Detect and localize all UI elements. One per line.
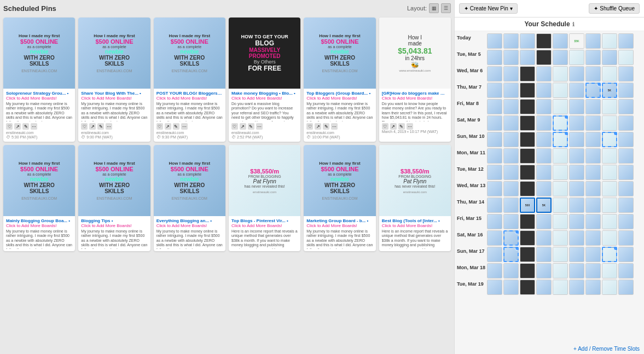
scheduled-pin[interactable] (585, 115, 601, 131)
scheduled-pin[interactable] (585, 230, 601, 246)
scheduled-pin[interactable] (585, 198, 601, 213)
scheduled-pin[interactable] (503, 214, 519, 229)
pin-card[interactable]: How I made $5,043.81 in 24hrs 🐝 www.enst… (379, 18, 451, 142)
scheduled-pin[interactable] (520, 247, 535, 262)
scheduled-pin[interactable] (553, 214, 568, 229)
scheduled-pin[interactable] (487, 33, 502, 49)
scheduled-pin[interactable] (618, 198, 634, 213)
scheduled-pin[interactable] (503, 280, 519, 295)
scheduled-pin[interactable] (569, 230, 584, 246)
scheduled-pin[interactable] (520, 99, 535, 114)
scheduled-pin[interactable] (503, 181, 519, 196)
scheduled-pin[interactable] (536, 115, 552, 131)
scheduled-pin[interactable] (536, 33, 552, 49)
pin-board[interactable]: Top Bloggers (Group Board... • (306, 91, 373, 96)
scheduled-pin[interactable] (553, 280, 568, 295)
scheduled-pin[interactable] (569, 148, 584, 164)
reaction-icon[interactable]: ♡ (6, 123, 13, 130)
scheduled-pin[interactable] (585, 263, 601, 278)
scheduled-pin[interactable] (618, 165, 634, 180)
reaction-icon[interactable]: ↗ (165, 123, 171, 130)
scheduled-pin[interactable] (553, 50, 568, 65)
layout-grid-btn[interactable]: ▦ (429, 3, 439, 13)
scheduled-pin[interactable] (503, 83, 519, 98)
scheduled-pin[interactable] (536, 50, 552, 65)
scheduled-pin[interactable] (602, 165, 617, 180)
scheduled-pin[interactable] (487, 247, 502, 262)
scheduled-pin[interactable] (602, 263, 617, 278)
reaction-icon[interactable]: ✎ (173, 123, 179, 130)
reaction-icon[interactable]: ♡ (81, 123, 88, 130)
scheduled-pin[interactable] (536, 99, 552, 114)
scheduled-pin[interactable] (618, 50, 634, 65)
scheduled-pin[interactable] (602, 230, 617, 246)
scheduled-pin[interactable] (487, 230, 502, 246)
scheduled-pin[interactable] (602, 198, 617, 213)
reaction-icon[interactable]: ✎ (22, 123, 29, 130)
scheduled-pin[interactable] (585, 280, 601, 295)
reaction-icon[interactable]: ↗ (315, 123, 321, 130)
reaction-icon[interactable]: ✎ (248, 123, 254, 130)
scheduled-pin[interactable] (618, 280, 634, 295)
add-remove-time-slots[interactable]: + Add / Remove Time Slots (455, 344, 644, 354)
pin-card[interactable]: How I made my first $500 ONLINE as a com… (78, 18, 150, 142)
scheduled-pin[interactable] (487, 50, 502, 65)
scheduled-pin[interactable] (618, 247, 634, 262)
scheduled-pin[interactable] (553, 230, 568, 246)
scheduled-pin-active[interactable] (602, 247, 617, 262)
scheduled-pin[interactable] (520, 115, 535, 131)
scheduled-pin[interactable] (553, 99, 568, 114)
scheduled-pin[interactable] (536, 280, 552, 295)
reaction-icon[interactable]: ↗ (240, 123, 246, 130)
scheduled-pin[interactable] (553, 33, 568, 49)
scheduled-pin[interactable] (602, 50, 617, 65)
scheduled-pin[interactable] (487, 115, 502, 131)
scheduled-pin[interactable] (520, 132, 535, 147)
scheduled-pin[interactable] (503, 132, 519, 147)
scheduled-pin[interactable] (487, 132, 502, 147)
scheduled-pin-active[interactable]: 5K (602, 83, 617, 98)
scheduled-pin[interactable] (520, 33, 535, 49)
scheduled-pin[interactable] (585, 247, 601, 262)
scheduled-pin[interactable] (536, 214, 552, 229)
scheduled-pin[interactable] (536, 132, 552, 147)
scheduled-pin[interactable] (487, 263, 502, 278)
scheduled-pin[interactable] (536, 230, 552, 246)
pin-add-board[interactable]: Click to Add More Boards! (156, 96, 223, 101)
scheduled-pin[interactable] (487, 148, 502, 164)
scheduled-pin[interactable] (503, 33, 519, 49)
scheduled-pin[interactable] (553, 83, 568, 98)
pin-add-board[interactable]: Click to Add More Boards! (6, 223, 72, 228)
scheduled-pin[interactable] (536, 83, 552, 98)
scheduled-pin-active[interactable] (503, 230, 519, 246)
layout-list-btn[interactable]: ☰ (441, 3, 451, 13)
pin-card[interactable]: How I made my first $500 ONLINE as a com… (154, 145, 225, 251)
scheduled-pin[interactable] (503, 50, 519, 65)
scheduled-pin[interactable] (553, 198, 568, 213)
scheduled-pin[interactable] (618, 181, 634, 196)
reaction-icon[interactable]: ♡ (231, 123, 238, 130)
pin-card[interactable]: How I made my first $500 ONLINE as a com… (304, 18, 375, 142)
scheduled-pin[interactable] (503, 115, 519, 131)
pin-card[interactable]: $38,550/m FROM BLOGGING Pat Flynn has ne… (379, 145, 451, 251)
scheduled-pin[interactable] (569, 181, 584, 196)
scheduled-pin[interactable]: $5K (569, 33, 584, 49)
pin-board[interactable]: Top Blogs - Pinterest Vir... • (231, 218, 298, 223)
scheduled-pin[interactable] (536, 263, 552, 278)
scheduled-pin[interactable] (487, 181, 502, 196)
scheduled-pin[interactable] (487, 66, 502, 82)
reaction-icon[interactable]: ♡ (306, 123, 313, 130)
scheduled-pin[interactable] (553, 165, 568, 180)
scheduled-pin[interactable] (569, 214, 584, 229)
scheduled-pin[interactable] (569, 50, 584, 65)
scheduled-pin[interactable] (585, 50, 601, 65)
scheduled-pin-active[interactable] (553, 132, 568, 147)
pin-add-board[interactable]: Click to Add More Boards! (306, 223, 373, 228)
scheduled-pin[interactable] (520, 148, 535, 164)
scheduled-pin[interactable] (503, 165, 519, 180)
scheduled-pin[interactable] (602, 99, 617, 114)
scheduled-pin[interactable] (487, 99, 502, 114)
scheduled-pin[interactable] (503, 263, 519, 278)
scheduled-pin[interactable] (553, 263, 568, 278)
scheduled-pin[interactable] (520, 280, 535, 295)
